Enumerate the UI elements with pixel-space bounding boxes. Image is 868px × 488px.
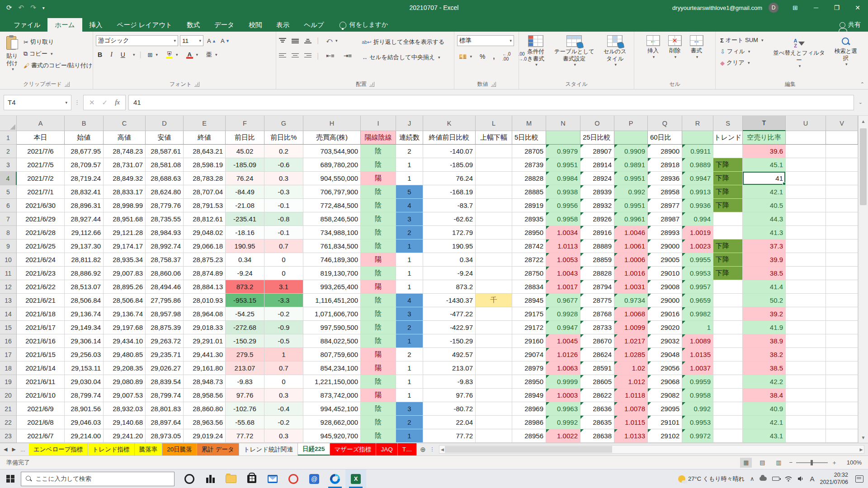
cell-J22[interactable]: 2 [396, 416, 423, 429]
insert-cells-button[interactable]: ← 挿入▾ [644, 33, 663, 61]
row-header-6[interactable]: 6 [0, 199, 17, 212]
row-header-7[interactable]: 7 [0, 212, 17, 226]
start-button[interactable] [0, 469, 21, 488]
cell-G3[interactable]: -0.6 [264, 158, 303, 172]
cell-D16[interactable]: 29,263.72 [146, 334, 184, 348]
header-cell-M1[interactable]: 5日比較 [512, 131, 546, 145]
cell-D21[interactable]: 28,801.83 [146, 402, 184, 416]
sheet-tab-menu-icon[interactable]: ⋮ [429, 446, 434, 452]
cell-O2[interactable]: 28907 [580, 145, 614, 158]
battery-icon[interactable] [772, 477, 779, 481]
cell-N10[interactable]: 1.0053 [546, 253, 580, 267]
column-header-L[interactable]: L [476, 116, 512, 131]
cell-M16[interactable]: 29160 [512, 334, 546, 348]
cell-H7[interactable]: 858,246,500 [303, 212, 361, 226]
cell-I15[interactable]: 陰 [361, 321, 396, 334]
column-header-O[interactable]: O [580, 116, 614, 131]
cell-M18[interactable]: 28979 [512, 361, 546, 375]
minimize-button[interactable]: ─ [806, 0, 826, 15]
header-cell-H1[interactable]: 売買高(株) [303, 131, 361, 145]
cell-V19[interactable] [826, 375, 858, 389]
cell-T12[interactable]: 41.4 [743, 280, 786, 294]
cell-G17[interactable]: 1 [264, 348, 303, 361]
formula-bar-splitter[interactable]: ⋮ [74, 99, 80, 106]
cell-B4[interactable]: 28,719.24 [65, 172, 104, 185]
cell-M13[interactable]: 28945 [512, 294, 546, 307]
cell-S17[interactable] [713, 348, 743, 361]
cell-O9[interactable]: 28889 [580, 239, 614, 253]
cell-G14[interactable]: -0.2 [264, 307, 303, 321]
font-color-button[interactable]: A▾ [184, 50, 200, 60]
cell-C21[interactable]: 28,932.03 [104, 402, 146, 416]
cell-H9[interactable]: 761,834,500 [303, 239, 361, 253]
header-cell-O1[interactable]: 25日比較 [580, 131, 614, 145]
cell-B13[interactable]: 28,506.84 [65, 294, 104, 307]
cell-L2[interactable] [476, 145, 512, 158]
taskbar-search-input[interactable]: ここに入力して検索 [21, 472, 175, 486]
orientation-button[interactable]: ⤺▾ [324, 36, 339, 45]
cell-F3[interactable]: -185.09 [226, 158, 264, 172]
cell-S2[interactable] [713, 145, 743, 158]
cell-S9[interactable]: 下降 [713, 239, 743, 253]
row-header-2[interactable]: 2 [0, 145, 17, 158]
accounting-format-icon[interactable]: 💴▾ [457, 52, 474, 61]
cell-N17[interactable]: 1.0126 [546, 348, 580, 361]
merge-center-button[interactable]: ↔セルを結合して中央揃え▾ [360, 52, 446, 62]
cell-O15[interactable]: 28733 [580, 321, 614, 334]
cell-D6[interactable]: 28,779.76 [146, 199, 184, 212]
cell-K9[interactable]: 190.95 [423, 239, 476, 253]
cell-R11[interactable]: 0.9953 [682, 267, 713, 280]
cell-L21[interactable] [476, 402, 512, 416]
cell-L16[interactable] [476, 334, 512, 348]
cell-P4[interactable]: 0.9951 [614, 172, 648, 185]
delete-cells-button[interactable]: ✕ 削除▾ [665, 33, 684, 61]
cell-N5[interactable]: 0.9938 [546, 185, 580, 199]
cell-M5[interactable]: 28885 [512, 185, 546, 199]
column-header-Q[interactable]: Q [648, 116, 682, 131]
sort-filter-button[interactable]: AZ 並べ替えとフィルター▾ [769, 35, 829, 71]
cell-I22[interactable]: 陰 [361, 416, 396, 429]
column-header-A[interactable]: A [17, 116, 65, 131]
cell-A16[interactable]: 2021/6/16 [17, 334, 65, 348]
cell-O11[interactable]: 28828 [580, 267, 614, 280]
header-cell-A1[interactable]: 本日 [17, 131, 65, 145]
cell-U16[interactable] [786, 334, 826, 348]
cell-G23[interactable]: 0.3 [264, 429, 303, 443]
cell-E13[interactable]: 28,010.93 [184, 294, 226, 307]
cell-C5[interactable]: 28,833.17 [104, 185, 146, 199]
cell-B10[interactable]: 28,811.82 [65, 253, 104, 267]
cell-I3[interactable]: 陰 [361, 158, 396, 172]
cell-P5[interactable]: 0.992 [614, 185, 648, 199]
cell-S16[interactable] [713, 334, 743, 348]
cell-R10[interactable]: 0.9955 [682, 253, 713, 267]
format-as-table-button[interactable]: テーブルとして書式設定▾ [551, 33, 598, 70]
cell-D13[interactable]: 27,795.86 [146, 294, 184, 307]
menu-tab-0[interactable]: ファイル [6, 18, 47, 32]
cell-P14[interactable]: 1.0068 [614, 307, 648, 321]
cell-L11[interactable] [476, 267, 512, 280]
sheet-overflow-indicator[interactable]: … [20, 447, 25, 452]
cell-V7[interactable] [826, 212, 858, 226]
cell-K8[interactable]: 172.79 [423, 226, 476, 239]
font-size-select[interactable]: 11▾ [180, 35, 203, 46]
cell-F13[interactable]: -953.15 [226, 294, 264, 307]
zoom-thumb[interactable] [811, 460, 813, 465]
sheet-tab-トレンド指標[interactable]: トレンド指標 [88, 443, 135, 455]
sheet-nav-left-icon[interactable]: ◀ [4, 446, 7, 452]
increase-indent-icon[interactable]: ⇥≡ [342, 52, 354, 60]
column-header-M[interactable]: M [512, 116, 546, 131]
opera-icon[interactable] [283, 469, 304, 488]
cell-O21[interactable]: 28636 [580, 402, 614, 416]
page-layout-view-icon[interactable]: ▤ [756, 458, 768, 468]
cell-O5[interactable]: 28939 [580, 185, 614, 199]
cell-G10[interactable]: 0 [264, 253, 303, 267]
cell-J20[interactable]: 1 [396, 389, 423, 402]
row-header-8[interactable]: 8 [0, 226, 17, 239]
cell-V10[interactable] [826, 253, 858, 267]
clipboard-dialog-launcher-icon[interactable] [65, 82, 70, 87]
cell-C4[interactable]: 28,849.32 [104, 172, 146, 185]
header-cell-K1[interactable]: 終値前日比較 [423, 131, 476, 145]
cell-A18[interactable]: 2021/6/14 [17, 361, 65, 375]
cell-P18[interactable]: 1.02 [614, 361, 648, 375]
italic-button[interactable]: I [108, 50, 114, 59]
